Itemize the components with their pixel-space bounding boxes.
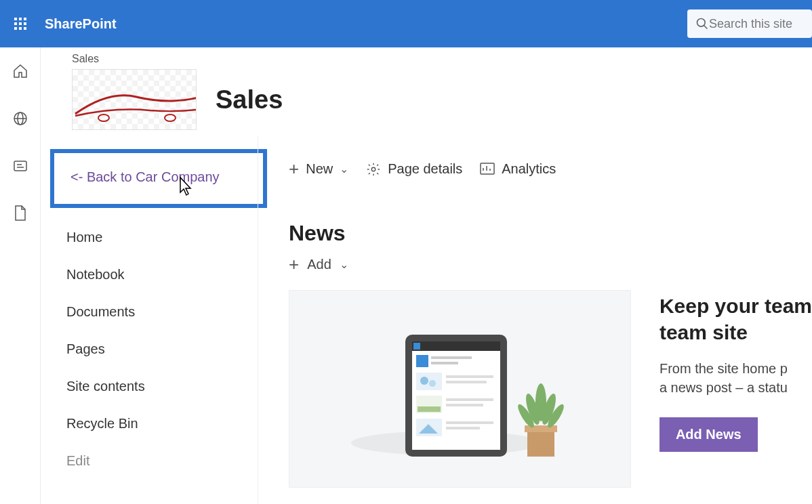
svg-rect-20 xyxy=(481,163,494,174)
page-details-button[interactable]: Page details xyxy=(366,161,462,177)
app-name[interactable]: SharePoint xyxy=(45,16,117,32)
svg-rect-3 xyxy=(14,22,17,25)
svg-rect-35 xyxy=(446,375,493,378)
app-launcher[interactable] xyxy=(0,0,41,47)
analytics-button[interactable]: Analytics xyxy=(480,161,556,177)
rail-globe-icon[interactable] xyxy=(0,108,41,129)
svg-rect-0 xyxy=(14,18,17,20)
svg-rect-32 xyxy=(416,373,442,390)
news-promo-body: From the site home p a news post – a sta… xyxy=(659,359,812,397)
rail-news-icon[interactable] xyxy=(0,156,41,176)
news-section-title: News xyxy=(289,221,812,246)
svg-point-9 xyxy=(697,19,706,27)
svg-rect-36 xyxy=(446,381,487,383)
news-placeholder-image xyxy=(289,290,631,488)
svg-rect-27 xyxy=(412,341,500,351)
news-promo-title: Keep your team team site xyxy=(659,293,812,345)
site-logo[interactable] xyxy=(72,69,197,130)
svg-point-34 xyxy=(429,380,436,387)
back-to-hub-label[interactable]: <- Back to Car Company xyxy=(70,169,220,184)
svg-rect-29 xyxy=(416,355,428,367)
nav-edit-link[interactable]: Edit xyxy=(50,442,267,480)
cursor-icon xyxy=(175,176,194,198)
svg-rect-46 xyxy=(525,425,557,432)
rail-file-icon[interactable] xyxy=(0,203,41,224)
svg-line-10 xyxy=(704,26,708,29)
svg-rect-28 xyxy=(413,343,420,350)
add-label: Add xyxy=(307,257,331,272)
breadcrumb[interactable]: Sales xyxy=(72,53,812,65)
chevron-down-icon: ⌄ xyxy=(340,163,348,175)
svg-rect-30 xyxy=(431,356,472,359)
nav-item-recycle-bin[interactable]: Recycle Bin xyxy=(50,405,267,442)
nav-item-notebook[interactable]: Notebook xyxy=(50,256,267,293)
svg-rect-31 xyxy=(431,362,458,364)
gear-icon xyxy=(366,162,381,177)
svg-rect-8 xyxy=(24,27,26,30)
page-details-label: Page details xyxy=(388,161,462,177)
rail-home-icon[interactable] xyxy=(0,61,41,81)
news-add-button[interactable]: + Add ⌄ xyxy=(289,254,812,275)
svg-rect-4 xyxy=(19,22,22,25)
back-to-hub-link[interactable]: <- Back to Car Company xyxy=(50,149,267,208)
new-label: New xyxy=(306,161,333,177)
svg-rect-38 xyxy=(418,406,441,412)
svg-rect-43 xyxy=(446,421,493,424)
svg-rect-1 xyxy=(19,18,22,20)
search-box[interactable] xyxy=(687,9,812,38)
svg-rect-7 xyxy=(19,27,22,30)
add-news-button[interactable]: Add News xyxy=(659,417,758,452)
site-title: Sales xyxy=(216,85,283,114)
svg-rect-40 xyxy=(446,404,483,406)
svg-point-33 xyxy=(420,377,428,385)
svg-rect-2 xyxy=(24,18,26,20)
svg-rect-5 xyxy=(24,22,26,25)
nav-item-documents[interactable]: Documents xyxy=(50,293,267,331)
car-logo-icon xyxy=(72,77,197,130)
svg-point-18 xyxy=(165,114,176,121)
svg-point-19 xyxy=(371,167,375,171)
nav-item-home[interactable]: Home xyxy=(50,219,267,256)
svg-rect-6 xyxy=(14,27,17,30)
vertical-divider xyxy=(258,135,258,504)
svg-rect-44 xyxy=(446,427,480,429)
plus-icon: + xyxy=(289,159,299,180)
svg-rect-39 xyxy=(446,398,493,401)
analytics-icon xyxy=(480,163,495,176)
nav-item-site-contents[interactable]: Site contents xyxy=(50,368,267,405)
new-button[interactable]: + New ⌄ xyxy=(289,159,348,180)
search-input[interactable] xyxy=(709,17,804,31)
svg-rect-45 xyxy=(527,429,554,457)
analytics-label: Analytics xyxy=(502,161,556,177)
svg-rect-14 xyxy=(14,161,26,171)
plus-icon: + xyxy=(289,254,299,275)
chevron-down-icon: ⌄ xyxy=(340,258,348,271)
nav-item-pages[interactable]: Pages xyxy=(50,331,267,368)
search-icon xyxy=(695,16,709,31)
svg-point-17 xyxy=(98,114,109,121)
